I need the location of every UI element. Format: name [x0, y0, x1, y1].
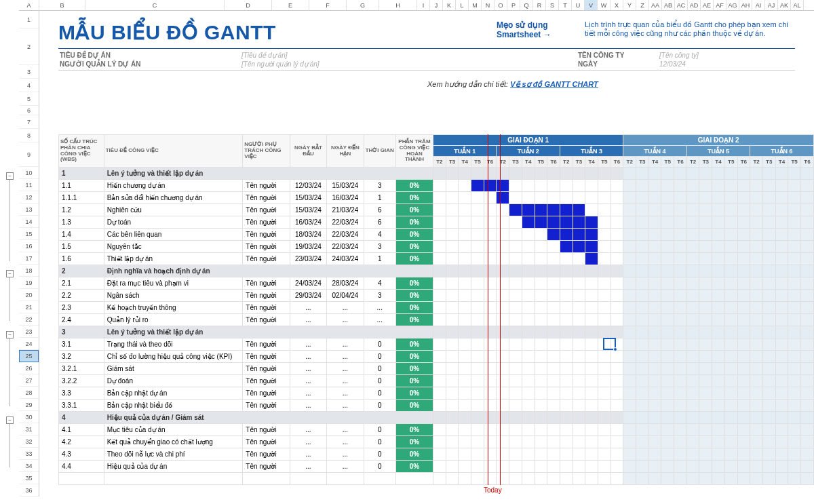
row-number[interactable]: 2	[19, 28, 39, 65]
row-number[interactable]: 7	[19, 115, 39, 129]
row-number[interactable]: 21	[19, 301, 39, 313]
row-number[interactable]: 17	[19, 252, 39, 265]
row-number[interactable]: 28	[19, 387, 39, 399]
collapse-handle-2[interactable]: −	[6, 270, 14, 277]
task-row[interactable]: 4.4Hiệu quả của dự ánTên người......00%	[59, 461, 814, 473]
col-letter[interactable]: AJ	[765, 0, 778, 10]
smartsheet-hint[interactable]: Mẹo sử dụngSmartsheet →	[497, 20, 571, 39]
row-number[interactable]: 13	[19, 203, 39, 216]
row-number[interactable]: 32	[19, 435, 39, 448]
section-row[interactable]: 1Lên ý tưởng và thiết lập dự án	[59, 168, 814, 180]
task-row[interactable]: 1.3Dự toánTên người16/03/2422/03/2460%	[59, 216, 814, 229]
row-number[interactable]: 24	[19, 338, 39, 350]
col-letter[interactable]: F	[309, 0, 347, 10]
collapse-handle-1[interactable]: −	[6, 172, 14, 180]
row-number[interactable]: 9	[19, 142, 39, 167]
guide-link[interactable]: Vẽ sơ đồ GANTT CHART	[510, 80, 598, 88]
row-number[interactable]: 10	[19, 167, 39, 179]
col-letter[interactable]: I	[417, 0, 430, 10]
col-letter[interactable]: V	[585, 0, 598, 10]
task-row[interactable]: 3.3Bản cập nhật dự ánTên người......00%	[59, 387, 814, 400]
col-letter[interactable]: X	[610, 0, 623, 10]
col-letter[interactable]: Z	[636, 0, 649, 10]
col-letter[interactable]: T	[559, 0, 572, 10]
row-number[interactable]: 8	[19, 129, 39, 142]
row-number[interactable]: 31	[19, 423, 39, 435]
col-letter[interactable]: Q	[520, 0, 533, 10]
row-number[interactable]: 23	[19, 326, 39, 338]
collapse-handle-3[interactable]: −	[6, 331, 14, 338]
row-number[interactable]: 34	[19, 460, 39, 472]
row-number[interactable]: 12	[19, 191, 39, 203]
col-letter[interactable]: J	[430, 0, 443, 10]
col-letter[interactable]: E	[272, 0, 309, 10]
col-letter[interactable]: N	[482, 0, 495, 10]
row-number[interactable]: 18	[19, 265, 39, 277]
col-letter[interactable]: AL	[791, 0, 804, 10]
row-number[interactable]: 30	[19, 411, 39, 423]
col-letter[interactable]: M	[469, 0, 482, 10]
task-row[interactable]: 3.3.1Bản cập nhật biểu đồTên người......…	[59, 400, 814, 412]
col-letter[interactable]: W	[598, 0, 610, 10]
row-number[interactable]: 33	[19, 448, 39, 460]
task-row[interactable]: 2.2Ngân sáchTên người29/03/2402/04/2430%	[59, 290, 814, 302]
col-letter[interactable]: R	[533, 0, 546, 10]
row-number[interactable]: 14	[19, 216, 39, 228]
row-number[interactable]: 20	[19, 289, 39, 301]
row-number[interactable]: 29	[19, 399, 39, 411]
col-letter[interactable]: AH	[739, 0, 752, 10]
row-numbers-bar[interactable]: 1234567891011121314151617181920212223242…	[19, 11, 39, 497]
task-row[interactable]: 1.4Các bên liên quanTên người18/03/2422/…	[59, 229, 814, 241]
task-row[interactable]: 2.3Kế hoạch truyền thôngTên người.......…	[59, 302, 814, 314]
col-letter[interactable]: K	[443, 0, 456, 10]
col-letter[interactable]: AD	[688, 0, 701, 10]
task-row[interactable]: 3.2Chỉ số đo lường hiệu quả công việc (K…	[59, 351, 814, 363]
col-letter[interactable]: L	[456, 0, 469, 10]
row-number[interactable]: 35	[19, 472, 39, 484]
col-letter[interactable]: AI	[752, 0, 765, 10]
task-row[interactable]: 1.1.1Bản sửa đổi hiến chương dự ánTên ng…	[59, 192, 814, 204]
row-number[interactable]: 27	[19, 374, 39, 387]
date-input[interactable]: 12/03/24	[659, 60, 795, 68]
row-number[interactable]: 26	[19, 362, 39, 374]
row-number[interactable]: 22	[19, 313, 39, 326]
section-row[interactable]: 3Lên ý tưởng và thiết lập dự án	[59, 326, 814, 338]
row-number[interactable]: 3	[19, 65, 39, 79]
row-number[interactable]: 6	[19, 106, 39, 115]
task-row[interactable]: 4.1Mục tiêu của dự ánTên người......00%	[59, 424, 814, 436]
task-row[interactable]: 1.1Hiến chương dự ánTên người12/03/2415/…	[59, 180, 814, 192]
task-row[interactable]: 4.3Theo dõi nỗ lực và chi phíTên người..…	[59, 448, 814, 461]
task-row[interactable]: 4.2Kết quả chuyển giao có chất lượngTên …	[59, 436, 814, 448]
section-row[interactable]: 2Định nghĩa và hoạch định dự án	[59, 265, 814, 277]
task-row[interactable]: 1.2Nghiên cứuTên người15/03/2421/03/2460…	[59, 204, 814, 216]
row-number[interactable]: 5	[19, 92, 39, 106]
col-letter[interactable]: S	[546, 0, 559, 10]
col-letter[interactable]: AG	[726, 0, 739, 10]
column-letters-bar[interactable]: ABCDEFGHIJKLMNOPQRSTUVWXYZAAABACADAEAFAG…	[19, 0, 814, 11]
col-letter[interactable]: U	[572, 0, 585, 10]
gantt-table[interactable]: SỐ CẤU TRÚC PHÂN CHIA CÔNG VIỆC (WBS)TIÊ…	[58, 134, 814, 485]
project-title-input[interactable]: [Tiêu đề dự án]	[241, 52, 418, 59]
col-letter[interactable]: C	[85, 0, 225, 10]
col-letter[interactable]: Y	[623, 0, 636, 10]
col-letter[interactable]: P	[507, 0, 520, 10]
row-number[interactable]: 15	[19, 228, 39, 240]
task-row[interactable]: 3.2.1Giám sátTên người......00%	[59, 363, 814, 375]
col-letter[interactable]: A	[19, 0, 39, 10]
collapse-handle-4[interactable]: −	[6, 416, 14, 424]
col-letter[interactable]: D	[225, 0, 272, 10]
row-number[interactable]: 19	[19, 277, 39, 289]
row-number[interactable]: 11	[19, 179, 39, 191]
task-row[interactable]: 2.4Quản lý rủi roTên người.........0%	[59, 314, 814, 326]
row-number[interactable]: 1	[19, 11, 39, 28]
col-letter[interactable]: AK	[778, 0, 791, 10]
row-number[interactable]: 25	[19, 350, 39, 362]
col-letter[interactable]: G	[347, 0, 379, 10]
company-input[interactable]: [Tên công ty]	[659, 52, 795, 59]
col-letter[interactable]: AC	[675, 0, 688, 10]
col-letter[interactable]: AA	[649, 0, 662, 10]
col-letter[interactable]: AB	[662, 0, 675, 10]
col-letter[interactable]: B	[39, 0, 85, 10]
task-row[interactable]: 1.6Thiết lập dự ánTên người23/03/2424/03…	[59, 253, 814, 265]
task-row[interactable]: 3.1Trạng thái và theo dõiTên người......…	[59, 338, 814, 351]
